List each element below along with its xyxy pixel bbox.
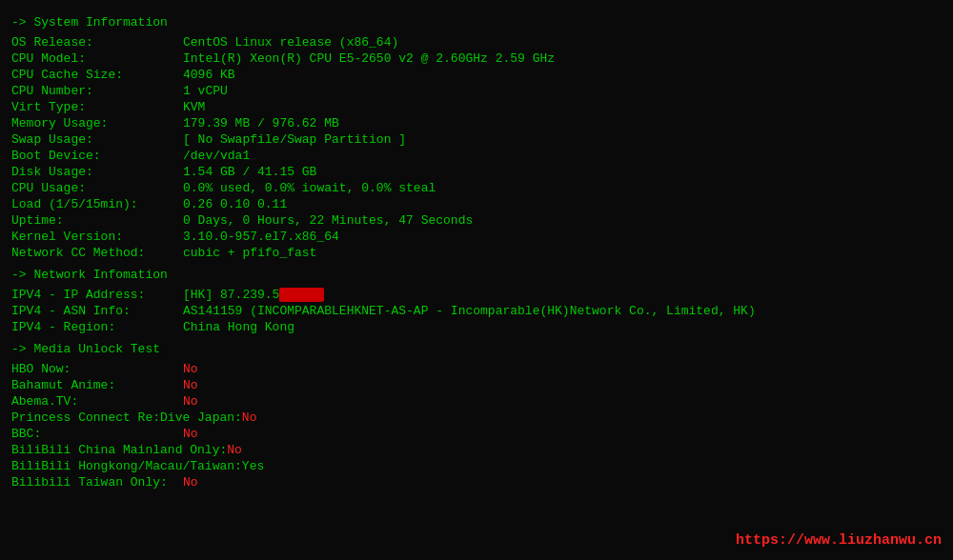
table-row: BiliBili Hongkong/Macau/Taiwan:Yes [11,459,942,473]
row-label: Princess Connect Re:Dive Japan: [11,410,242,425]
table-row: Load (1/5/15min):0.26 0.10 0.11 [11,197,942,211]
row-value: 1.54 GB / 41.15 GB [183,165,316,179]
table-row: Princess Connect Re:Dive Japan:No [11,410,942,425]
watermark: https://www.liuzhanwu.cn [736,532,942,549]
row-value: No [183,475,198,490]
row-label: Bahamut Anime: [11,378,183,392]
row-label: CPU Number: [11,84,183,98]
row-label: CPU Cache Size: [11,68,183,82]
row-label: Kernel Version: [11,230,183,244]
table-row: IPV4 - Region:China Hong Kong [11,320,942,334]
row-value: No [183,362,198,376]
row-label: Memory Usage: [11,116,183,130]
row-value: 3.10.0-957.el7.x86_64 [183,230,339,244]
row-label: Network CC Method: [11,246,183,260]
table-row: Bahamut Anime:No [11,378,942,392]
row-value: /dev/vda1 [183,149,250,163]
table-row: Uptime:0 Days, 0 Hours, 22 Minutes, 47 S… [11,213,942,228]
row-label: Swap Usage: [11,132,183,147]
row-value: CentOS Linux release (x86_64) [183,35,398,50]
table-row: Disk Usage:1.54 GB / 41.15 GB [11,165,942,179]
row-value: No [183,394,198,409]
row-label: IPV4 - IP Address: [11,288,183,302]
table-row: CPU Number:1 vCPU [11,84,942,98]
network-info-rows: IPV4 - IP Address:[HK] 87.239.5xx.xxxIPV… [11,288,942,334]
table-row: CPU Model:Intel(R) Xeon(R) CPU E5-2650 v… [11,51,942,66]
row-label: OS Release: [11,35,183,50]
row-label: BiliBili China Mainland Only: [11,443,227,457]
table-row: Kernel Version:3.10.0-957.el7.x86_64 [11,230,942,244]
row-value: 0.0% used, 0.0% iowait, 0.0% steal [183,181,436,195]
row-value: 4096 KB [183,68,235,82]
row-value: AS141159 (INCOMPARABLEHKNET-AS-AP - Inco… [183,304,756,318]
system-info-header: -> System Information [11,15,942,30]
system-info-section: -> System Information OS Release:CentOS … [11,15,942,260]
media-unlock-section: -> Media Unlock Test HBO Now:NoBahamut A… [11,342,942,490]
table-row: IPV4 - ASN Info:AS141159 (INCOMPARABLEHK… [11,304,942,318]
table-row: Virt Type:KVM [11,100,942,114]
row-value: KVM [183,100,205,114]
row-value: Yes [242,459,264,473]
row-label: Abema.TV: [11,394,183,409]
table-row: Swap Usage:[ No Swapfile/Swap Partition … [11,132,942,147]
row-label: BBC: [11,427,183,441]
row-value: Intel(R) Xeon(R) CPU E5-2650 v2 @ 2.60GH… [183,51,555,66]
row-label: HBO Now: [11,362,183,376]
table-row: HBO Now:No [11,362,942,376]
row-label: CPU Usage: [11,181,183,195]
row-value: No [242,410,257,425]
table-row: OS Release:CentOS Linux release (x86_64) [11,35,942,50]
network-info-header: -> Network Infomation [11,268,942,282]
row-label: Load (1/5/15min): [11,197,183,211]
table-row: IPV4 - IP Address:[HK] 87.239.5xx.xxx [11,288,942,302]
row-value: cubic + pfifo_fast [183,246,316,260]
row-label: Bilibili Taiwan Only: [11,475,183,490]
media-unlock-rows: HBO Now:NoBahamut Anime:NoAbema.TV:NoPri… [11,362,942,490]
table-row: BBC:No [11,427,942,441]
table-row: Abema.TV:No [11,394,942,409]
table-row: Network CC Method:cubic + pfifo_fast [11,246,942,260]
row-label: IPV4 - Region: [11,320,183,334]
row-value: [ No Swapfile/Swap Partition ] [183,132,406,147]
row-label: BiliBili Hongkong/Macau/Taiwan: [11,459,242,473]
row-label: Boot Device: [11,149,183,163]
table-row: Bilibili Taiwan Only:No [11,475,942,490]
table-row: BiliBili China Mainland Only:No [11,443,942,457]
media-unlock-header: -> Media Unlock Test [11,342,942,356]
system-info-rows: OS Release:CentOS Linux release (x86_64)… [11,35,942,260]
row-label: CPU Model: [11,51,183,66]
row-label: IPV4 - ASN Info: [11,304,183,318]
row-value: 179.39 MB / 976.62 MB [183,116,339,130]
redacted-ip: xx.xxx [279,288,324,302]
row-label: Virt Type: [11,100,183,114]
row-value: 0.26 0.10 0.11 [183,197,287,211]
row-value: 0 Days, 0 Hours, 22 Minutes, 47 Seconds [183,213,473,228]
row-value: [HK] 87.239.5xx.xxx [183,288,324,302]
row-value: 1 vCPU [183,84,228,98]
table-row: CPU Cache Size:4096 KB [11,68,942,82]
row-label: Disk Usage: [11,165,183,179]
table-row: Memory Usage:179.39 MB / 976.62 MB [11,116,942,130]
row-label: Uptime: [11,213,183,228]
row-value: No [183,427,198,441]
row-value: China Hong Kong [183,320,294,334]
table-row: CPU Usage:0.0% used, 0.0% iowait, 0.0% s… [11,181,942,195]
row-value: No [227,443,242,457]
row-value: No [183,378,198,392]
table-row: Boot Device:/dev/vda1 [11,149,942,163]
network-info-section: -> Network Infomation IPV4 - IP Address:… [11,268,942,334]
